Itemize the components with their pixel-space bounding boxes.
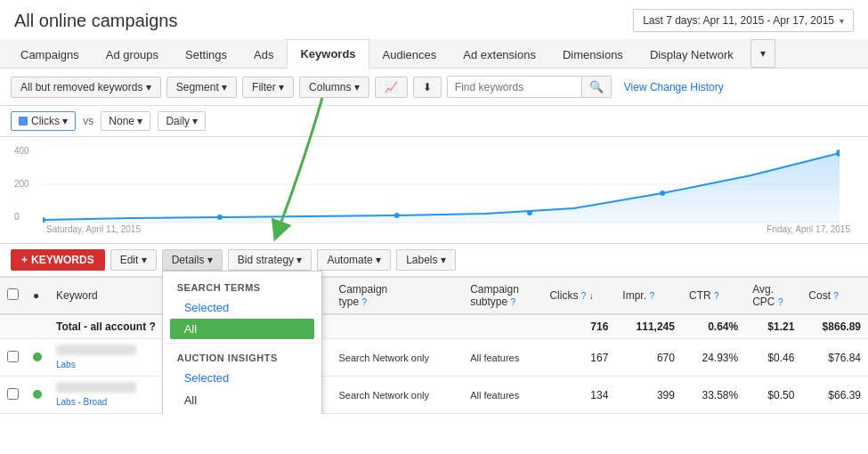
avg-cpc-help-icon[interactable]: ? bbox=[778, 297, 783, 307]
auction-selected-item[interactable]: Selected bbox=[163, 367, 321, 389]
total-label: Total - all account bbox=[56, 320, 146, 333]
total-campaign-type-cell bbox=[332, 314, 464, 339]
bid-strategy-button[interactable]: Bid strategy ▾ bbox=[228, 249, 312, 271]
table-row: Labs - Broad Eligible $3.04 Search Netwo… bbox=[0, 377, 868, 414]
tab-display-network[interactable]: Display Network bbox=[637, 40, 747, 69]
edit-button[interactable]: Edit ▾ bbox=[110, 249, 157, 271]
row1-checkbox[interactable] bbox=[7, 351, 19, 362]
add-keywords-button[interactable]: + KEYWORDS bbox=[11, 249, 105, 271]
campaign-subtype-help-icon[interactable]: ? bbox=[511, 297, 516, 307]
row2-checkbox-cell[interactable] bbox=[0, 377, 26, 414]
tab-ad-groups[interactable]: Ad groups bbox=[93, 40, 172, 69]
total-campaign-subtype-cell bbox=[463, 314, 542, 339]
row1-adgroup-link[interactable]: Labs bbox=[56, 360, 76, 369]
tab-dimensions[interactable]: Dimensions bbox=[549, 40, 637, 69]
add-keywords-label: KEYWORDS bbox=[31, 254, 94, 266]
filter-keywords-button[interactable]: All but removed keywords ▾ bbox=[11, 77, 161, 98]
keywords-table: ● Keyword Status ? Max.CPC ? Campaigntyp… bbox=[0, 277, 868, 414]
chart-icon: 📈 bbox=[385, 81, 398, 93]
keyword-blurred bbox=[56, 345, 136, 355]
row2-clicks-cell: 134 bbox=[542, 377, 615, 414]
automate-button[interactable]: Automate ▾ bbox=[317, 249, 391, 271]
date-range-label: Last 7 days: Apr 11, 2015 - Apr 17, 2015 bbox=[643, 14, 834, 27]
view-change-history-link[interactable]: View Change History bbox=[624, 81, 724, 93]
green-dot-icon bbox=[33, 353, 42, 361]
auction-all-item[interactable]: All bbox=[163, 389, 321, 411]
filter-button[interactable]: Filter ▾ bbox=[242, 77, 294, 98]
metric-dot bbox=[19, 117, 28, 126]
select-all-checkbox[interactable] bbox=[7, 288, 19, 300]
download-icon: ⬇ bbox=[423, 81, 432, 93]
avg-cpc-header: Avg.CPC ? bbox=[745, 278, 801, 315]
details-dropdown-menu: SEARCH TERMS Selected All AUCTION INSIGH… bbox=[162, 271, 322, 414]
impr-help-icon[interactable]: ? bbox=[649, 291, 654, 301]
search-terms-selected-item[interactable]: Selected bbox=[163, 296, 321, 319]
row1-clicks-cell: 167 bbox=[542, 339, 615, 377]
tab-settings[interactable]: Settings bbox=[172, 40, 240, 69]
row2-adgroup-link[interactable]: Labs - Broad bbox=[56, 397, 107, 407]
date-range-button[interactable]: Last 7 days: Apr 11, 2015 - Apr 17, 2015… bbox=[633, 9, 854, 32]
tab-ad-extensions[interactable]: Ad extensions bbox=[450, 40, 549, 69]
row1-ctr-cell: 24.93% bbox=[682, 339, 745, 377]
vs-label: vs bbox=[83, 115, 93, 127]
search-icon[interactable]: 🔍 bbox=[581, 77, 611, 97]
search-terms-all-item[interactable]: All bbox=[170, 319, 314, 339]
dropdown-divider bbox=[163, 343, 321, 344]
columns-label: Columns ▾ bbox=[309, 81, 360, 93]
row1-checkbox-cell[interactable] bbox=[0, 339, 26, 377]
total-help-icon[interactable]: ? bbox=[149, 320, 155, 333]
search-terms-section-title: SEARCH TERMS bbox=[163, 277, 321, 296]
campaign-type-help-icon[interactable]: ? bbox=[362, 297, 368, 307]
more-tabs-button[interactable]: ▾ bbox=[750, 39, 775, 68]
tab-campaigns[interactable]: Campaigns bbox=[7, 40, 93, 69]
metric-clicks-button[interactable]: Clicks ▾ bbox=[11, 111, 76, 131]
clicks-header[interactable]: Clicks ? ↓ bbox=[542, 278, 615, 315]
total-cost-cell: $866.89 bbox=[801, 314, 868, 339]
details-button[interactable]: Details ▾ bbox=[162, 249, 223, 271]
nav-tabs: Campaigns Ad groups Settings Ads Keyword… bbox=[0, 39, 868, 69]
compare-metric-button[interactable]: None ▾ bbox=[101, 111, 150, 131]
y-label-0: 0 bbox=[14, 212, 29, 222]
page-title: All online campaigns bbox=[14, 11, 177, 31]
labels-label: Labels ▾ bbox=[406, 254, 446, 266]
total-clicks-cell: 716 bbox=[542, 314, 615, 339]
tab-keywords[interactable]: Keywords bbox=[287, 39, 369, 69]
labels-button[interactable]: Labels ▾ bbox=[396, 249, 456, 271]
compare-label: None ▾ bbox=[109, 115, 142, 127]
tab-ads[interactable]: Ads bbox=[240, 40, 287, 69]
search-box: 🔍 bbox=[447, 76, 612, 98]
ctr-help-icon[interactable]: ? bbox=[714, 291, 719, 301]
chart-svg bbox=[43, 144, 840, 224]
row1-cost-cell: $76.84 bbox=[801, 339, 868, 377]
tab-audiences[interactable]: Audiences bbox=[369, 40, 450, 69]
metric-label: Clicks ▾ bbox=[31, 115, 68, 127]
row2-cost-cell: $66.39 bbox=[801, 377, 868, 414]
row2-campaign-subtype-cell: All features bbox=[463, 377, 542, 414]
svg-point-6 bbox=[394, 213, 400, 218]
green-dot-icon bbox=[33, 390, 42, 399]
period-button[interactable]: Daily ▾ bbox=[158, 111, 206, 131]
select-all-header[interactable] bbox=[0, 278, 26, 315]
row2-dot-cell bbox=[26, 377, 49, 414]
total-dot-cell bbox=[26, 314, 49, 339]
row1-avg-cpc-cell: $0.46 bbox=[745, 339, 801, 377]
row2-ctr-cell: 33.58% bbox=[682, 377, 745, 414]
chart-toggle-button[interactable]: 📈 bbox=[375, 77, 408, 98]
segment-label: Segment ▾ bbox=[176, 81, 227, 93]
chart-x-labels: Saturday, April 11, 2015 Friday, April 1… bbox=[43, 224, 854, 234]
svg-point-5 bbox=[217, 215, 223, 220]
search-input[interactable] bbox=[448, 77, 581, 97]
ctr-header: CTR ? bbox=[682, 278, 745, 315]
toolbar: All but removed keywords ▾ Segment ▾ Fil… bbox=[0, 69, 868, 106]
bid-strategy-label: Bid strategy ▾ bbox=[238, 254, 303, 266]
impr-header: Impr. ? bbox=[615, 278, 682, 315]
row2-checkbox[interactable] bbox=[7, 388, 19, 400]
toolbar2: Clicks ▾ vs None ▾ Daily ▾ bbox=[0, 106, 868, 137]
total-avg-cpc-cell: $1.21 bbox=[745, 314, 801, 339]
columns-button[interactable]: Columns ▾ bbox=[299, 77, 369, 98]
cost-help-icon[interactable]: ? bbox=[833, 291, 839, 301]
clicks-help-icon[interactable]: ? bbox=[581, 291, 587, 301]
segment-button[interactable]: Segment ▾ bbox=[166, 77, 237, 98]
total-impr-cell: 111,245 bbox=[615, 314, 682, 339]
download-button[interactable]: ⬇ bbox=[413, 77, 442, 98]
